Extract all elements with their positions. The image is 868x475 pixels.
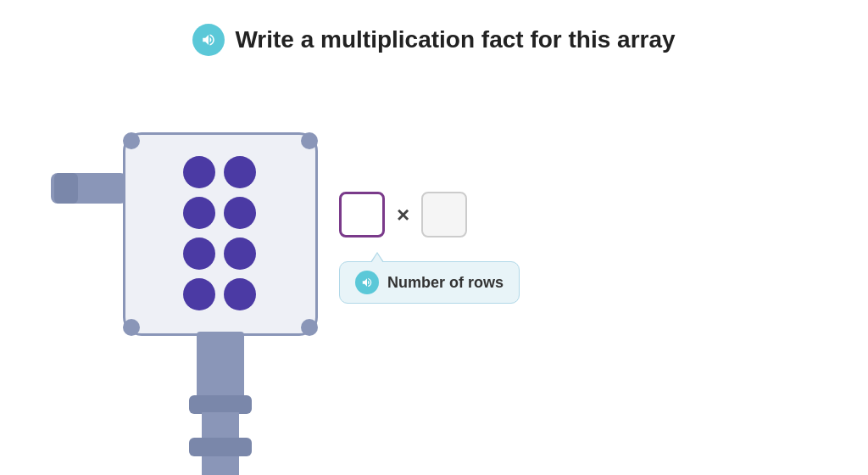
header: Write a multiplication fact for this arr… [0, 0, 868, 56]
stand-ring-top [189, 395, 252, 414]
multiply-sign: × [397, 202, 409, 228]
bolt-bottom-left [123, 319, 140, 336]
bolt-top-right [301, 132, 318, 149]
stand-ring-bottom [189, 438, 252, 456]
arm-left-grip [54, 173, 78, 204]
number-of-rows-callout: Number of rows [339, 261, 520, 304]
page-title: Write a multiplication fact for this arr… [235, 26, 675, 53]
dot-3-1 [183, 238, 215, 270]
stand-top [197, 332, 244, 400]
speaker-icon-callout[interactable] [355, 271, 379, 294]
speaker-icon-header[interactable] [192, 24, 225, 56]
callout-text: Number of rows [387, 274, 504, 292]
dot-2-2 [224, 197, 256, 229]
bolt-bottom-right [301, 319, 318, 336]
speaker-svg-header [201, 32, 216, 48]
dot-3-2 [224, 238, 256, 270]
dot-1-1 [183, 156, 215, 188]
interaction-area: × Number of rows [339, 192, 520, 304]
device-illustration [51, 81, 339, 412]
dot-4-2 [224, 278, 256, 310]
dots-grid [183, 156, 258, 312]
second-input-box[interactable] [421, 192, 467, 238]
array-panel [123, 132, 318, 336]
dot-1-2 [224, 156, 256, 188]
first-input-box[interactable] [339, 192, 385, 238]
main-content: × Number of rows [0, 81, 868, 412]
speaker-svg-callout [361, 277, 373, 288]
dot-4-1 [183, 278, 215, 310]
bolt-top-left [123, 132, 140, 149]
dot-2-1 [183, 197, 215, 229]
equation-row: × [339, 192, 467, 238]
